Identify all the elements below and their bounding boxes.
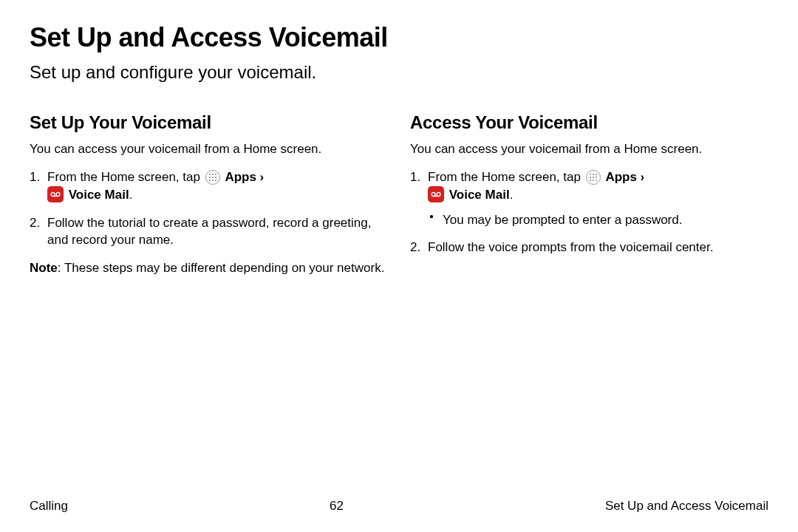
voicemail-icon — [428, 186, 444, 202]
note-label: Note — [30, 261, 58, 275]
right-steps: From the Home screen, tap Apps — [410, 168, 768, 256]
footer-right: Set Up and Access Voicemail — [605, 499, 768, 514]
svg-point-1 — [212, 173, 214, 174]
svg-point-9 — [51, 193, 55, 197]
svg-point-13 — [593, 173, 594, 174]
page-subtitle: Set up and configure your voicemail. — [30, 62, 768, 83]
apps-label: Apps — [605, 170, 637, 184]
apps-icon — [586, 170, 601, 185]
left-steps: From the Home screen, tap Apps — [30, 168, 388, 249]
chevron: › — [260, 170, 265, 184]
voicemail-label: Voice Mail — [449, 188, 510, 202]
chevron: › — [641, 170, 645, 184]
svg-point-14 — [596, 173, 597, 174]
left-step-1: From the Home screen, tap Apps — [47, 168, 388, 204]
right-sub-list: You may be prompted to enter a password. — [428, 211, 768, 229]
page-title: Set Up and Access Voicemail — [30, 22, 768, 53]
svg-point-4 — [212, 176, 214, 177]
apps-icon — [205, 170, 220, 185]
right-column: Access Your Voicemail You can access you… — [410, 112, 768, 277]
footer-left: Calling — [30, 499, 68, 514]
step-text: From the Home screen, tap — [428, 170, 584, 184]
left-column: Set Up Your Voicemail You can access you… — [30, 112, 388, 277]
svg-point-8 — [215, 179, 216, 180]
svg-point-22 — [437, 193, 440, 197]
svg-point-10 — [56, 193, 60, 197]
svg-point-17 — [596, 176, 597, 177]
left-note: Note: These steps may be different depen… — [30, 259, 388, 277]
svg-point-6 — [209, 179, 211, 180]
svg-point-12 — [590, 173, 591, 174]
left-intro: You can access your voicemail from a Hom… — [30, 142, 388, 157]
left-step-2: Follow the tutorial to create a password… — [47, 214, 388, 250]
svg-point-5 — [215, 176, 216, 177]
svg-point-20 — [596, 179, 597, 180]
svg-point-15 — [590, 176, 591, 177]
svg-point-19 — [593, 179, 594, 180]
right-step-1: From the Home screen, tap Apps — [428, 168, 768, 228]
apps-label: Apps — [225, 170, 256, 184]
footer-page-number: 62 — [330, 499, 344, 514]
svg-point-0 — [209, 173, 211, 174]
svg-point-18 — [590, 179, 591, 180]
svg-point-7 — [212, 179, 214, 180]
svg-point-16 — [593, 176, 594, 177]
step-text: From the Home screen, tap — [47, 170, 204, 184]
footer: Calling 62 Set Up and Access Voicemail — [30, 499, 768, 514]
content-columns: Set Up Your Voicemail You can access you… — [30, 112, 768, 277]
left-heading: Set Up Your Voicemail — [30, 112, 388, 133]
svg-point-21 — [432, 193, 435, 197]
voicemail-icon — [47, 186, 64, 202]
right-heading: Access Your Voicemail — [410, 112, 768, 133]
right-sub-item: You may be prompted to enter a password. — [443, 211, 768, 229]
right-step-2: Follow the voice prompts from the voicem… — [428, 239, 768, 256]
right-intro: You can access your voicemail from a Hom… — [410, 142, 768, 157]
voicemail-label: Voice Mail — [69, 188, 129, 202]
svg-point-2 — [215, 173, 216, 174]
svg-point-3 — [209, 176, 211, 177]
note-text: : These steps may be different depending… — [58, 261, 385, 275]
